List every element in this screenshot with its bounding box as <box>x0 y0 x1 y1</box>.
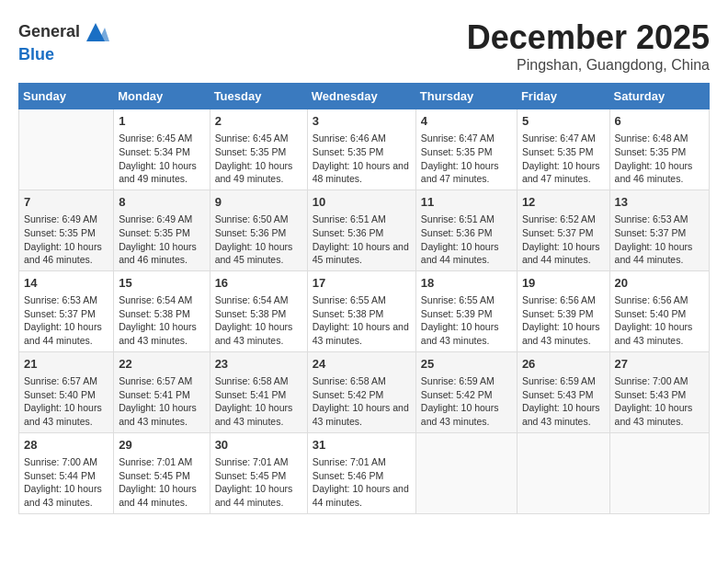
day-info: Sunrise: 7:00 AM Sunset: 5:43 PM Dayligh… <box>615 374 704 429</box>
day-number: 21 <box>24 356 108 373</box>
daylight-label: Daylight: 10 hours and 46 minutes. <box>615 160 693 185</box>
calendar-day-cell: 27 Sunrise: 7:00 AM Sunset: 5:43 PM Dayl… <box>609 351 709 432</box>
daylight-label: Daylight: 10 hours and 43 minutes. <box>421 321 499 346</box>
sunset-label: Sunset: 5:39 PM <box>522 308 594 319</box>
sunset-label: Sunset: 5:36 PM <box>421 227 493 238</box>
day-info: Sunrise: 6:58 AM Sunset: 5:42 PM Dayligh… <box>313 374 411 429</box>
sunset-label: Sunset: 5:35 PM <box>522 146 594 157</box>
sunset-label: Sunset: 5:38 PM <box>313 308 384 319</box>
day-info: Sunrise: 6:47 AM Sunset: 5:35 PM Dayligh… <box>421 132 512 186</box>
calendar-day-cell: 12 Sunrise: 6:52 AM Sunset: 5:37 PM Dayl… <box>517 190 609 270</box>
weekday-header: Sunday <box>19 84 114 109</box>
sunrise-label: Sunrise: 6:47 AM <box>522 132 596 144</box>
day-info: Sunrise: 6:56 AM Sunset: 5:39 PM Dayligh… <box>522 293 605 348</box>
sunset-label: Sunset: 5:40 PM <box>24 389 96 400</box>
calendar-day-cell: 11 Sunrise: 6:51 AM Sunset: 5:36 PM Dayl… <box>415 190 517 270</box>
sunset-label: Sunset: 5:35 PM <box>313 146 384 157</box>
daylight-label: Daylight: 10 hours and 47 minutes. <box>421 160 499 185</box>
sunset-label: Sunset: 5:44 PM <box>24 470 96 481</box>
daylight-label: Daylight: 10 hours and 44 minutes. <box>522 241 600 266</box>
calendar-day-cell: 1 Sunrise: 6:45 AM Sunset: 5:34 PM Dayli… <box>114 109 210 190</box>
day-number: 20 <box>615 275 704 292</box>
calendar-day-cell: 20 Sunrise: 6:56 AM Sunset: 5:40 PM Dayl… <box>609 270 709 351</box>
sunset-label: Sunset: 5:40 PM <box>615 308 687 319</box>
sunrise-label: Sunrise: 6:53 AM <box>24 294 97 305</box>
day-number: 18 <box>421 275 512 292</box>
weekday-header: Thursday <box>415 84 517 109</box>
calendar-table: SundayMondayTuesdayWednesdayThursdayFrid… <box>18 83 710 514</box>
day-info: Sunrise: 6:57 AM Sunset: 5:41 PM Dayligh… <box>119 374 204 429</box>
weekday-header: Monday <box>114 84 210 109</box>
calendar-day-cell: 18 Sunrise: 6:55 AM Sunset: 5:39 PM Dayl… <box>415 270 517 351</box>
day-number: 24 <box>313 356 411 373</box>
day-info: Sunrise: 6:45 AM Sunset: 5:34 PM Dayligh… <box>119 132 204 186</box>
day-info: Sunrise: 6:55 AM Sunset: 5:39 PM Dayligh… <box>421 293 512 348</box>
sunrise-label: Sunrise: 6:48 AM <box>615 132 688 144</box>
sunrise-label: Sunrise: 6:45 AM <box>119 132 192 144</box>
day-number: 30 <box>215 437 302 454</box>
sunrise-label: Sunrise: 6:49 AM <box>24 213 97 224</box>
sunrise-label: Sunrise: 6:55 AM <box>421 294 495 305</box>
location-title: Pingshan, Guangdong, China <box>467 57 710 74</box>
day-info: Sunrise: 7:01 AM Sunset: 5:45 PM Dayligh… <box>215 455 302 510</box>
day-info: Sunrise: 6:56 AM Sunset: 5:40 PM Dayligh… <box>615 293 704 348</box>
calendar-week-row: 28 Sunrise: 7:00 AM Sunset: 5:44 PM Dayl… <box>19 432 710 513</box>
sunset-label: Sunset: 5:35 PM <box>119 227 190 238</box>
calendar-day-cell: 19 Sunrise: 6:56 AM Sunset: 5:39 PM Dayl… <box>517 270 609 351</box>
sunrise-label: Sunrise: 6:50 AM <box>215 213 289 224</box>
day-number: 28 <box>24 437 108 454</box>
sunrise-label: Sunrise: 6:58 AM <box>313 375 386 386</box>
day-info: Sunrise: 6:52 AM Sunset: 5:37 PM Dayligh… <box>522 213 605 267</box>
title-block: December 2025 Pingshan, Guangdong, China <box>467 18 710 74</box>
day-info: Sunrise: 6:49 AM Sunset: 5:35 PM Dayligh… <box>24 213 108 267</box>
calendar-day-cell <box>609 432 709 513</box>
day-number: 14 <box>24 275 108 292</box>
day-number: 7 <box>24 194 108 211</box>
calendar-day-cell: 4 Sunrise: 6:47 AM Sunset: 5:35 PM Dayli… <box>415 109 517 190</box>
calendar-day-cell: 29 Sunrise: 7:01 AM Sunset: 5:45 PM Dayl… <box>114 432 210 513</box>
daylight-label: Daylight: 10 hours and 44 minutes. <box>615 241 693 266</box>
sunset-label: Sunset: 5:43 PM <box>615 389 687 400</box>
daylight-label: Daylight: 10 hours and 43 minutes. <box>215 402 293 427</box>
daylight-label: Daylight: 10 hours and 48 minutes. <box>313 160 409 185</box>
day-info: Sunrise: 6:48 AM Sunset: 5:35 PM Dayligh… <box>615 132 704 186</box>
sunrise-label: Sunrise: 6:58 AM <box>215 375 289 386</box>
day-info: Sunrise: 6:50 AM Sunset: 5:36 PM Dayligh… <box>215 213 302 267</box>
calendar-day-cell: 13 Sunrise: 6:53 AM Sunset: 5:37 PM Dayl… <box>609 190 709 270</box>
sunrise-label: Sunrise: 6:46 AM <box>313 132 386 144</box>
sunset-label: Sunset: 5:35 PM <box>24 227 96 238</box>
daylight-label: Daylight: 10 hours and 43 minutes. <box>119 402 197 427</box>
day-info: Sunrise: 6:59 AM Sunset: 5:43 PM Dayligh… <box>522 374 605 429</box>
day-number: 1 <box>119 113 204 130</box>
daylight-label: Daylight: 10 hours and 43 minutes. <box>119 321 197 346</box>
day-info: Sunrise: 6:54 AM Sunset: 5:38 PM Dayligh… <box>119 293 204 348</box>
daylight-label: Daylight: 10 hours and 44 minutes. <box>119 483 197 508</box>
sunrise-label: Sunrise: 6:49 AM <box>119 213 192 224</box>
sunset-label: Sunset: 5:35 PM <box>215 146 287 157</box>
day-number: 12 <box>522 194 605 211</box>
day-number: 11 <box>421 194 512 211</box>
sunset-label: Sunset: 5:37 PM <box>24 308 96 319</box>
day-number: 9 <box>215 194 302 211</box>
day-info: Sunrise: 6:59 AM Sunset: 5:42 PM Dayligh… <box>421 374 512 429</box>
daylight-label: Daylight: 10 hours and 46 minutes. <box>119 241 197 266</box>
logo-blue: Blue <box>18 45 54 63</box>
day-info: Sunrise: 6:58 AM Sunset: 5:41 PM Dayligh… <box>215 374 302 429</box>
sunset-label: Sunset: 5:38 PM <box>215 308 287 319</box>
daylight-label: Daylight: 10 hours and 46 minutes. <box>24 241 102 266</box>
sunrise-label: Sunrise: 6:52 AM <box>522 213 596 224</box>
calendar-week-row: 14 Sunrise: 6:53 AM Sunset: 5:37 PM Dayl… <box>19 270 710 351</box>
day-number: 3 <box>313 113 411 130</box>
calendar-day-cell: 3 Sunrise: 6:46 AM Sunset: 5:35 PM Dayli… <box>307 109 415 190</box>
calendar-day-cell: 14 Sunrise: 6:53 AM Sunset: 5:37 PM Dayl… <box>19 270 114 351</box>
calendar-day-cell: 15 Sunrise: 6:54 AM Sunset: 5:38 PM Dayl… <box>114 270 210 351</box>
sunset-label: Sunset: 5:42 PM <box>421 389 493 400</box>
day-number: 13 <box>615 194 704 211</box>
day-info: Sunrise: 6:54 AM Sunset: 5:38 PM Dayligh… <box>215 293 302 348</box>
day-info: Sunrise: 6:53 AM Sunset: 5:37 PM Dayligh… <box>615 213 704 267</box>
calendar-day-cell: 7 Sunrise: 6:49 AM Sunset: 5:35 PM Dayli… <box>19 190 114 270</box>
daylight-label: Daylight: 10 hours and 43 minutes. <box>313 402 409 427</box>
daylight-label: Daylight: 10 hours and 43 minutes. <box>615 321 693 346</box>
sunrise-label: Sunrise: 6:51 AM <box>421 213 495 224</box>
calendar-body: 1 Sunrise: 6:45 AM Sunset: 5:34 PM Dayli… <box>19 109 710 514</box>
